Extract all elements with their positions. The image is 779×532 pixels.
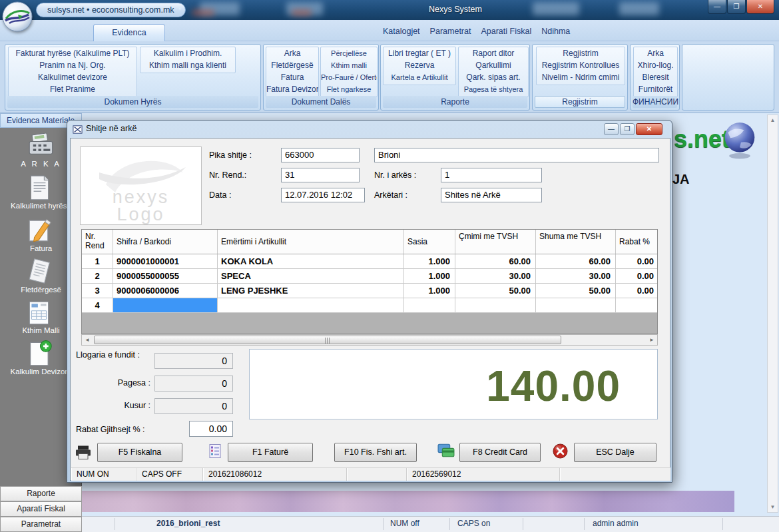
app-menu-orb[interactable] (1, 1, 33, 33)
f1-fature-button[interactable]: F1 Faturë (228, 443, 313, 462)
cell-shifra-selected[interactable] (113, 298, 218, 312)
table-row[interactable]: 3 9000006000006 LENG PJESHKE 1.000 50.00… (82, 284, 657, 298)
ribbon-button-flet-pranime[interactable]: Flet Pranime (9, 83, 136, 95)
col-header-nr-rend[interactable]: Nr. Rend (82, 230, 113, 254)
note-sheet-icon[interactable] (26, 258, 57, 285)
ribbon-button-kthim-malli[interactable]: Kthim malli (321, 59, 377, 71)
ribbon-button-raport-ditor[interactable]: Raport ditor (459, 47, 528, 59)
maximize-button[interactable]: ❐ (727, 0, 746, 14)
ribbon-button-rezerva[interactable]: Rezerva (384, 59, 455, 71)
credit-card-icon[interactable] (437, 443, 455, 461)
ribbon-button-regjistrim[interactable]: Regjistrim (537, 47, 625, 59)
col-header-shuma[interactable]: Shuma me TVSH (536, 230, 616, 254)
scroll-up-icon[interactable]: ▲ (768, 115, 778, 125)
titlebar-glass-patch (292, 9, 312, 16)
ribbon-button-kalkulim-prodhim[interactable]: Kalkulim i Prodhim. (140, 47, 235, 59)
document-icon[interactable] (26, 174, 57, 201)
menu-aparati-fiskal[interactable]: Aparati Fiskal (481, 24, 531, 39)
cell-nr: 4 (82, 298, 113, 312)
ribbon-button-arka[interactable]: Arka (266, 47, 318, 59)
pika-shitje-input[interactable]: 663000 (281, 148, 360, 162)
printer-icon[interactable] (75, 445, 92, 463)
scroll-right-icon[interactable]: ► (647, 337, 657, 343)
quick-access-toolbar[interactable]: sulsys.net • ecoconsulting.com.mk (36, 3, 186, 17)
col-header-cmimi[interactable]: Çmimi me TVSH (455, 230, 536, 254)
llogaria-label: Llogaria e fundit : (76, 350, 142, 360)
data-input[interactable]: 12.07.2016 12:02 (281, 188, 365, 202)
ribbon-button-xhiro-llog[interactable]: Xhiro-llog. (634, 59, 677, 71)
ribbon-column: Raport ditor Qarkullimi Qark. sipas art.… (458, 47, 529, 97)
ribbon-button-nivelim-ndrim-cmimi[interactable]: Nivelim - Ndrim cmimi (537, 71, 625, 83)
menu-parametrat[interactable]: Parametrat (430, 24, 471, 39)
sidebar-nav-aparati-fiskal[interactable]: Aparati Fiskal (0, 501, 82, 517)
form-icon[interactable] (26, 300, 57, 326)
f10-fis-fshi-art-button[interactable]: F10 Fis. Fshi art. (334, 443, 417, 462)
ribbon-button-arka-fin[interactable]: Arka (634, 47, 677, 59)
notes-icon[interactable] (208, 443, 222, 461)
ribbon-group-label[interactable]: Dokumen Hyrës (7, 96, 258, 108)
col-header-emertimi[interactable]: Emërtimi i Artikullit (218, 230, 404, 254)
ribbon-button-flet-ngarkese[interactable]: Flet ngarkese (321, 83, 377, 95)
minimize-button[interactable]: — (708, 0, 726, 14)
menu-katalogjet[interactable]: Katalogjet (383, 24, 420, 39)
page-plus-icon[interactable] (26, 340, 57, 366)
tab-evidenca-materiale[interactable]: Evidenca materiale (93, 24, 165, 41)
ribbon-group-label[interactable]: Regjistrim (535, 96, 625, 108)
ribbon-group-finansii: Arka Xhiro-llog. Bleresit Furnitorët ФИН… (630, 44, 680, 111)
table-row[interactable]: 2 9000055000055 SPECA 1.000 30.00 30.00 … (82, 269, 657, 284)
dialog-minimize-button[interactable]: — (604, 123, 619, 135)
scrollbar-thumb[interactable] (94, 336, 561, 344)
ribbon-button-percjellese[interactable]: Përcjellëse (321, 47, 377, 59)
sidebar-nav-parametrat[interactable]: Parametrat (0, 517, 82, 532)
col-header-shifra[interactable]: Shifra / Barkodi (113, 230, 218, 254)
col-header-rabat[interactable]: Rabat % (616, 230, 657, 254)
col-header-sasia[interactable]: Sasia (404, 230, 455, 254)
ribbon-button-fatura[interactable]: Fatura (266, 71, 318, 83)
menu-ndihma[interactable]: Ndihma (541, 24, 570, 39)
cancel-icon[interactable] (553, 443, 568, 461)
pencil-icon[interactable] (26, 217, 57, 244)
main-vertical-scrollbar[interactable]: ▲ ▼ (767, 115, 778, 513)
ribbon-button-pranim-nj-org[interactable]: Pranim na Nj. Org. (9, 59, 136, 71)
ribbon-button-regjistrim-kontrollues[interactable]: Regjistrim Kontrollues (537, 59, 625, 71)
f5-fiskalna-button[interactable]: F5 Fiskalna (97, 443, 182, 462)
dialog-close-button[interactable]: ✕ (636, 123, 662, 135)
arketari-input[interactable]: Shites në Arkë (441, 188, 542, 202)
ribbon-button-fakturat-hyrese[interactable]: Fakturat hyrëse (Kalkulime PLT) (9, 47, 136, 59)
cell-shuma: 50.00 (536, 284, 616, 298)
ribbon-button-libri-tregtar[interactable]: Libri tregtar ( ET ) (384, 47, 455, 59)
table-row[interactable]: 1 9000001000001 KOKA KOLA 1.000 60.00 60… (82, 254, 657, 269)
pika-shitje-name-input[interactable]: Brioni (374, 148, 659, 162)
ribbon-group-label[interactable]: Dokument Dalës (266, 96, 376, 108)
ribbon-button-fatura-devizore[interactable]: Fatura Devizore (266, 83, 318, 95)
ribbon-button-pro-faure-oferte[interactable]: Pro-Faurë / Ofertë (321, 71, 377, 83)
nr-rend-input[interactable]: 31 (281, 168, 360, 182)
ribbon-button-kthim-malli-klienti[interactable]: Kthim malli nga klienti (140, 59, 235, 71)
ribbon-group-label[interactable]: ФИНАНСИИ (633, 96, 677, 108)
quick-access-dropdown-icon[interactable]: ▾ (178, 5, 182, 12)
ribbon-button-pagesa-te-shtyera[interactable]: Pagesa të shtyera (459, 83, 528, 95)
dialog-maximize-button[interactable]: ❐ (620, 123, 635, 135)
status-code-2: 20162569012 (407, 468, 560, 481)
ribbon-button-furnitoret[interactable]: Furnitorët (634, 83, 677, 95)
table-row-active[interactable]: 4 (82, 298, 657, 313)
ribbon-button-kartela-artikullit[interactable]: Kartela e Artikullit (384, 71, 455, 83)
rabat-gjithsejt-input[interactable]: 0.00 (189, 421, 233, 437)
table-horizontal-scrollbar[interactable]: ◄ ► (81, 334, 658, 346)
ribbon-button-qarkullimi[interactable]: Qarkullimi (459, 59, 528, 71)
f8-credit-card-button[interactable]: F8 Credit Card (459, 443, 541, 462)
ribbon-button-kalkulimet-devizore[interactable]: Kalkulimet devizore (9, 71, 136, 83)
close-button[interactable]: ✕ (746, 0, 774, 14)
status-spacer (560, 468, 670, 481)
ribbon-button-qark-sipas-art[interactable]: Qark. sipas art. (459, 71, 528, 83)
esc-dalje-button[interactable]: ESC Dalje (574, 443, 656, 462)
kusur-field: 0 (154, 398, 233, 414)
nr-arkes-input[interactable]: 1 (441, 168, 542, 182)
ribbon-button-bleresit[interactable]: Bleresit (634, 71, 677, 83)
ribbon-group-label[interactable]: Raporte (383, 96, 527, 108)
cash-register-icon[interactable] (26, 132, 57, 158)
ribbon-button-fletdergese[interactable]: Fletdërgesë (266, 59, 318, 71)
sidebar-nav-raporte[interactable]: Raporte (0, 486, 82, 501)
scroll-left-icon[interactable]: ◄ (82, 337, 93, 343)
scroll-down-icon[interactable]: ▼ (768, 502, 778, 512)
